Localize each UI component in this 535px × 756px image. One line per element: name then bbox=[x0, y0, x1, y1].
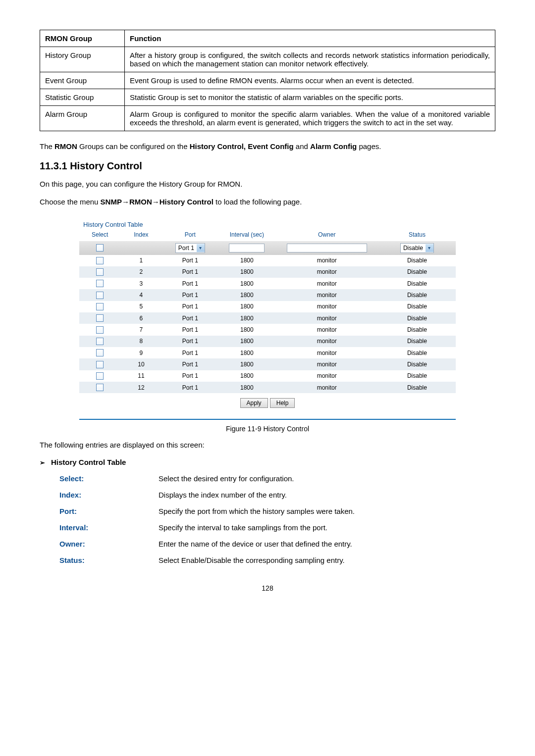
help-button[interactable]: Help bbox=[270, 398, 295, 408]
cell: Port 1 bbox=[162, 266, 219, 278]
interval-input[interactable] bbox=[229, 244, 265, 252]
definition-term: Index: bbox=[59, 491, 159, 499]
cell: Port 1 bbox=[162, 370, 219, 382]
row-checkbox[interactable] bbox=[96, 338, 104, 345]
cell bbox=[79, 255, 120, 266]
text-bold: SNMP→RMON→History Control bbox=[101, 198, 214, 206]
rmon-row: History GroupAfter a history group is co… bbox=[40, 47, 495, 72]
definition-description: Specify the port from which the history … bbox=[159, 507, 495, 515]
row-checkbox[interactable] bbox=[96, 292, 104, 299]
cell: monitor bbox=[275, 312, 378, 324]
rmon-function-cell: Event Group is used to define RMON event… bbox=[125, 72, 495, 89]
row-checkbox[interactable] bbox=[96, 384, 104, 391]
definition-term: Interval: bbox=[59, 523, 159, 532]
cell: 1800 bbox=[218, 370, 275, 382]
cell: Port 1 bbox=[162, 347, 219, 358]
rmon-function-cell: Statistic Group is set to monitor the st… bbox=[125, 89, 495, 106]
cell: monitor bbox=[275, 324, 378, 335]
cell bbox=[79, 312, 120, 324]
rmon-function-cell: After a history group is configured, the… bbox=[125, 47, 495, 72]
text: The bbox=[40, 142, 54, 151]
history-row: 4Port 11800monitorDisable bbox=[79, 289, 456, 301]
cell bbox=[79, 324, 120, 335]
cell: Disable bbox=[378, 289, 456, 301]
row-checkbox[interactable] bbox=[96, 268, 104, 276]
port-select[interactable]: Port 1 ▾ bbox=[175, 243, 205, 253]
cell: Disable bbox=[378, 347, 456, 358]
cell: Disable bbox=[378, 370, 456, 382]
history-row: 9Port 11800monitorDisable bbox=[79, 347, 456, 358]
rmon-group-cell: Statistic Group bbox=[40, 89, 125, 106]
cell: 8 bbox=[120, 336, 161, 347]
triangle-bullet-icon: ➢ bbox=[40, 459, 45, 466]
cell: 1800 bbox=[218, 301, 275, 312]
cell: Disable bbox=[378, 266, 456, 278]
cell bbox=[79, 358, 120, 370]
col-port: Port bbox=[162, 228, 219, 241]
cell: 1800 bbox=[218, 324, 275, 335]
cell: monitor bbox=[275, 358, 378, 370]
cell: Port 1 bbox=[162, 301, 219, 312]
section-heading: 11.3.1 History Control bbox=[40, 160, 495, 172]
text-bold: Alarm Config bbox=[310, 142, 357, 151]
cell: 12 bbox=[120, 382, 161, 393]
cell: Port 1 bbox=[162, 289, 219, 301]
cell bbox=[79, 278, 120, 289]
history-control-table: Select Index Port Interval (sec) Owner S… bbox=[79, 228, 456, 394]
cell: 2 bbox=[120, 266, 161, 278]
owner-input[interactable] bbox=[287, 244, 367, 252]
cell: 6 bbox=[120, 312, 161, 324]
definitions-list: Select:Select the desired entry for conf… bbox=[59, 474, 495, 564]
rmon-header-group: RMON Group bbox=[40, 30, 125, 47]
cell: Port 1 bbox=[162, 312, 219, 324]
col-status: Status bbox=[378, 228, 456, 241]
row-checkbox[interactable] bbox=[96, 303, 104, 310]
cell: 1800 bbox=[218, 336, 275, 347]
history-row: 7Port 11800monitorDisable bbox=[79, 324, 456, 335]
row-checkbox[interactable] bbox=[96, 361, 104, 368]
history-row: 1Port 11800monitorDisable bbox=[79, 255, 456, 266]
history-row: 5Port 11800monitorDisable bbox=[79, 301, 456, 312]
cell: Disable bbox=[378, 255, 456, 266]
rmon-header-function: Function bbox=[125, 30, 495, 47]
cell: Port 1 bbox=[162, 336, 219, 347]
cell: 10 bbox=[120, 358, 161, 370]
cell: Port 1 bbox=[162, 358, 219, 370]
entries-intro: The following entries are displayed on t… bbox=[40, 440, 495, 451]
status-select[interactable]: Disable ▾ bbox=[400, 243, 434, 253]
row-checkbox[interactable] bbox=[96, 314, 104, 322]
rmon-row: Alarm GroupAlarm Group is configured to … bbox=[40, 106, 495, 131]
definition-row: Port:Specify the port from which the his… bbox=[59, 507, 495, 515]
cell: 1800 bbox=[218, 266, 275, 278]
cell: monitor bbox=[275, 255, 378, 266]
select-all-checkbox[interactable] bbox=[96, 244, 104, 252]
history-row: 6Port 11800monitorDisable bbox=[79, 312, 456, 324]
button-row: Apply Help bbox=[79, 393, 456, 415]
filter-row: Port 1 ▾ Disable ▾ bbox=[79, 241, 456, 255]
row-checkbox[interactable] bbox=[96, 372, 104, 380]
history-control-table-title: History Control Table bbox=[83, 218, 456, 228]
chevron-down-icon: ▾ bbox=[426, 244, 433, 252]
row-checkbox[interactable] bbox=[96, 349, 104, 356]
row-checkbox[interactable] bbox=[96, 257, 104, 264]
cell: 4 bbox=[120, 289, 161, 301]
history-row: 11Port 11800monitorDisable bbox=[79, 370, 456, 382]
cell: 11 bbox=[120, 370, 161, 382]
row-checkbox[interactable] bbox=[96, 280, 104, 287]
definition-term: Port: bbox=[59, 507, 159, 515]
cell: 1800 bbox=[218, 358, 275, 370]
cell bbox=[79, 382, 120, 393]
text-bold: RMON bbox=[54, 142, 77, 151]
figure-caption: Figure 11-9 History Control bbox=[40, 425, 495, 433]
rmon-group-cell: History Group bbox=[40, 47, 125, 72]
definition-description: Select Enable/Disable the corresponding … bbox=[159, 556, 495, 564]
port-select-value: Port 1 bbox=[178, 245, 194, 252]
definition-description: Specify the interval to take samplings f… bbox=[159, 523, 495, 532]
apply-button[interactable]: Apply bbox=[240, 398, 268, 408]
cell bbox=[79, 266, 120, 278]
text: Choose the menu bbox=[40, 198, 101, 206]
cell: monitor bbox=[275, 266, 378, 278]
section-description: On this page, you can configure the Hist… bbox=[40, 179, 495, 190]
bullet-title: History Control Table bbox=[51, 458, 126, 466]
row-checkbox[interactable] bbox=[96, 326, 104, 334]
